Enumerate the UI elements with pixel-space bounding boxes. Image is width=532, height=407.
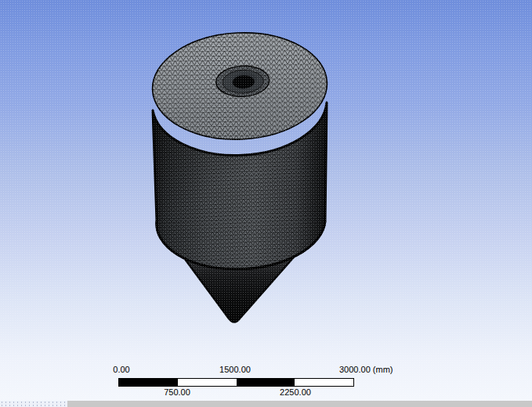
meshed-geometry[interactable] <box>0 0 532 401</box>
ruler-segment-1 <box>119 379 178 386</box>
ruler-label-1500: 1500.00 <box>219 366 251 374</box>
ruler-segment-3 <box>237 379 295 386</box>
ruler-label-3000-mm: 3000.00 (mm) <box>339 366 393 374</box>
ruler-label-750: 750.00 <box>164 388 190 397</box>
ruler-label-0: 0.00 <box>113 366 129 374</box>
status-bar-left-area <box>0 401 67 407</box>
status-bar-right-area <box>67 401 532 407</box>
ruler-segment-4 <box>295 379 353 386</box>
window-bottom-strip <box>0 401 532 407</box>
ruler-segment-2 <box>178 379 237 386</box>
graphics-viewport[interactable]: 0.00 1500.00 3000.00 (mm) 750.00 2250.00 <box>0 0 532 407</box>
ruler-label-2250: 2250.00 <box>280 388 311 397</box>
scale-ruler-bar <box>118 378 354 387</box>
